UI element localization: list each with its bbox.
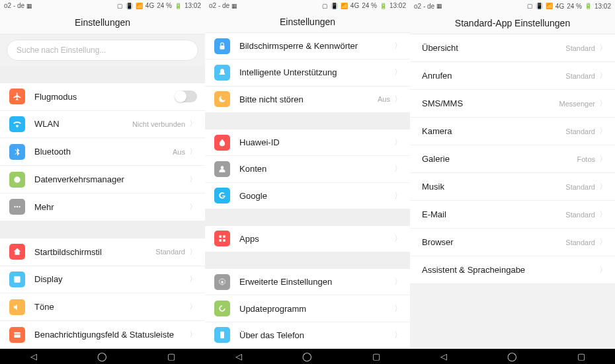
nav-home[interactable]: ◯ [302, 351, 312, 361]
chevron-icon: 〉 [394, 303, 402, 314]
sim-icon: ▦ [26, 3, 32, 9]
row-lockscreen[interactable]: Bildschirmsperre & Kennwörter〉 [205, 33, 410, 59]
svg-rect-6 [14, 334, 20, 338]
row-data-manager[interactable]: Datenverkehrsmanager〉 [0, 166, 205, 194]
chevron-icon: 〉 [599, 264, 607, 275]
chevron-icon: 〉 [394, 276, 402, 287]
statusbar: o2 - de▦ ▢📳📶4G24 %🔋13:02 [410, 0, 615, 12]
battery-icon: 🔋 [175, 3, 182, 9]
chevron-icon: 〉 [394, 67, 402, 78]
row-advanced[interactable]: Erweiterte Einstellungen〉 [205, 269, 410, 295]
row-email[interactable]: E-MailStandard〉 [410, 201, 615, 229]
display-icon [9, 272, 25, 287]
row-about[interactable]: Über das Telefon〉 [205, 322, 410, 349]
screen-settings-scrolled: o2 - de▦ ▢📳📶4G24 %🔋13:02 Einstellungen B… [205, 0, 410, 349]
chevron-icon: 〉 [189, 301, 197, 312]
row-camera[interactable]: KameraStandard〉 [410, 118, 615, 145]
apps-icon [214, 231, 230, 246]
row-music[interactable]: MusikStandard〉 [410, 173, 615, 201]
more-icon [9, 199, 25, 215]
chevron-icon: 〉 [599, 98, 607, 109]
nfc-icon: ▢ [322, 3, 328, 9]
chevron-icon: 〉 [189, 201, 197, 213]
nav-back[interactable]: ◁ [235, 351, 242, 361]
chevron-icon: 〉 [599, 181, 607, 192]
row-google[interactable]: Google〉 [205, 183, 410, 209]
nfc-icon: ▢ [527, 3, 533, 9]
row-accounts[interactable]: Konten〉 [205, 156, 410, 182]
vibrate-icon: 📳 [331, 3, 338, 9]
home-icon [9, 244, 25, 260]
row-notifications[interactable]: Benachrichtigungsfeld & Statusleiste〉 [0, 321, 205, 349]
chevron-icon: 〉 [599, 237, 607, 248]
nav-home[interactable]: ◯ [97, 351, 107, 361]
statusbar: o2 - de▦ ▢📳📶4G24 %🔋13:02 [205, 0, 410, 11]
row-wlan[interactable]: WLANNicht verbunden〉 [0, 111, 205, 139]
flugmodus-toggle[interactable] [175, 91, 197, 102]
svg-rect-11 [219, 240, 222, 242]
svg-rect-7 [220, 45, 225, 49]
row-flugmodus[interactable]: Flugmodus [0, 83, 205, 111]
battery-icon: 🔋 [380, 3, 387, 9]
person-icon [214, 161, 230, 177]
row-update[interactable]: Updateprogramm〉 [205, 295, 410, 322]
update-icon [214, 301, 230, 316]
huawei-icon [214, 135, 230, 151]
hand-icon [214, 65, 230, 81]
row-gallery[interactable]: GalerieFotos〉 [410, 145, 615, 173]
moon-icon [214, 91, 230, 107]
row-browser[interactable]: BrowserStandard〉 [410, 229, 615, 256]
chevron-icon: 〉 [599, 209, 607, 220]
vibrate-icon: 📳 [536, 3, 543, 9]
page-title: Einstellungen [205, 11, 410, 33]
svg-rect-10 [223, 236, 226, 238]
row-assistant[interactable]: Assistent & Spracheingabe〉 [410, 256, 615, 284]
nav-home[interactable]: ◯ [507, 351, 517, 361]
nav-recent[interactable]: ▢ [372, 351, 380, 361]
chevron-icon: 〉 [599, 126, 607, 137]
row-dnd[interactable]: Bitte nicht störenAus〉 [205, 87, 410, 113]
row-display[interactable]: Display〉 [0, 266, 205, 294]
google-icon [214, 188, 230, 203]
chevron-icon: 〉 [189, 118, 197, 129]
lock-icon [214, 38, 230, 54]
phone-icon [214, 327, 230, 343]
page-title: Standard-App Einstellungen [410, 12, 615, 34]
nav-back[interactable]: ◁ [440, 351, 447, 361]
chevron-icon: 〉 [394, 330, 402, 341]
search-input[interactable] [7, 40, 198, 61]
nfc-icon: ▢ [117, 3, 123, 9]
signal-icon: 📶 [546, 3, 553, 9]
wifi-icon [9, 116, 25, 132]
row-huawei-id[interactable]: Huawei-ID〉 [205, 129, 410, 156]
chevron-icon: 〉 [394, 163, 402, 174]
gear-icon [214, 274, 230, 290]
row-more[interactable]: Mehr〉 [0, 194, 205, 221]
row-sounds[interactable]: Töne〉 [0, 293, 205, 321]
row-homestyle[interactable]: StartbildschirmstilStandard〉 [0, 238, 205, 266]
row-call[interactable]: AnrufenStandard〉 [410, 62, 615, 90]
statusbar: o2 - de▦ ▢📳📶4G24 %🔋13:02 [0, 0, 205, 12]
vibrate-icon: 📳 [126, 3, 133, 9]
signal-icon: 📶 [136, 3, 143, 9]
row-bluetooth[interactable]: BluetoothAus〉 [0, 138, 205, 166]
svg-point-13 [221, 281, 224, 283]
nav-recent[interactable]: ▢ [577, 351, 585, 361]
nav-back[interactable]: ◁ [30, 351, 37, 361]
row-overview[interactable]: ÜbersichtStandard〉 [410, 34, 615, 62]
nav-recent[interactable]: ▢ [167, 351, 175, 361]
svg-rect-5 [14, 332, 20, 334]
svg-point-1 [14, 206, 15, 207]
chevron-icon: 〉 [189, 146, 197, 157]
notification-icon [9, 327, 25, 343]
svg-rect-9 [219, 236, 222, 238]
row-apps[interactable]: Apps〉 [205, 226, 410, 252]
chevron-icon: 〉 [189, 246, 197, 258]
chevron-icon: 〉 [189, 273, 197, 285]
svg-rect-12 [223, 240, 226, 242]
airplane-icon [9, 89, 25, 104]
row-sms[interactable]: SMS/MMSMessenger〉 [410, 90, 615, 118]
row-smart-assist[interactable]: Intelligente Unterstützung〉 [205, 59, 410, 86]
chevron-icon: 〉 [394, 40, 402, 52]
chevron-icon: 〉 [599, 153, 607, 164]
